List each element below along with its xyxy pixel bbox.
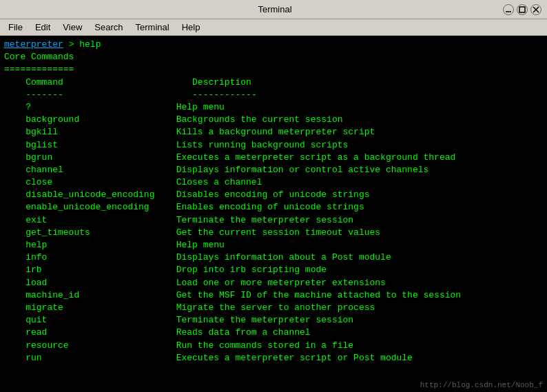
title-bar: Terminal [0, 0, 547, 19]
table-row: help Help menu [4, 239, 543, 251]
table-row: info Displays information about a Post m… [4, 251, 543, 264]
table-row: irb Drop into irb scripting mode [4, 264, 543, 276]
table-row: resource Run the commands stored in a fi… [4, 340, 543, 352]
table-row: migrate Migrate the server to another pr… [4, 302, 543, 314]
table-row: quit Terminate the meterpreter session [4, 314, 543, 327]
table-row: run Executes a meterpreter script or Pos… [4, 352, 543, 364]
terminal-window[interactable]: meterpreter > help Core Commands =======… [0, 36, 547, 392]
watermark: http://blog.csdn.net/Noob_f [420, 381, 543, 389]
minimize-button[interactable] [503, 4, 514, 15]
command-rows: ? Help menu background Backgrounds the c… [4, 101, 543, 364]
prompt-line: meterpreter > help [4, 39, 543, 51]
column-sep: ------- ------------ [4, 89, 543, 101]
table-row: exit Terminate the meterpreter session [4, 214, 543, 227]
menu-terminal[interactable]: Terminal [130, 21, 175, 34]
table-row: channel Displays information or control … [4, 164, 543, 176]
table-row: read Reads data from a channel [4, 327, 543, 339]
table-row: disable_unicode_encoding Disables encodi… [4, 189, 543, 201]
table-row: bgkill Kills a background meterpreter sc… [4, 126, 543, 138]
section-separator: ============= [4, 63, 543, 76]
table-row: bglist Lists running background scripts [4, 139, 543, 152]
table-row: close Closes a channel [4, 176, 543, 189]
menu-edit[interactable]: Edit [30, 21, 56, 34]
table-row: machine_id Get the MSF ID of the machine… [4, 289, 543, 302]
window-controls [503, 4, 541, 15]
window-title: Terminal [47, 4, 503, 14]
menu-bar: File Edit View Search Terminal Help [0, 19, 547, 36]
svg-rect-1 [519, 7, 525, 12]
meterpreter-link[interactable]: meterpreter [4, 39, 63, 50]
close-button[interactable] [530, 4, 541, 15]
section-header: Core Commands [4, 51, 543, 63]
table-row: ? Help menu [4, 101, 543, 114]
table-row: get_timeouts Get the current session tim… [4, 227, 543, 239]
table-row: load Load one or more meterpreter extens… [4, 277, 543, 289]
maximize-button[interactable] [517, 4, 528, 15]
menu-help[interactable]: Help [176, 21, 206, 34]
table-row: background Backgrounds the current sessi… [4, 114, 543, 126]
menu-file[interactable]: File [3, 21, 28, 34]
table-row: enable_unicode_encoding Enables encoding… [4, 201, 543, 214]
menu-search[interactable]: Search [89, 21, 128, 34]
column-headers: Command Description [4, 76, 543, 89]
table-row: bgrun Executes a meterpreter script as a… [4, 152, 543, 164]
menu-view[interactable]: View [57, 21, 87, 34]
